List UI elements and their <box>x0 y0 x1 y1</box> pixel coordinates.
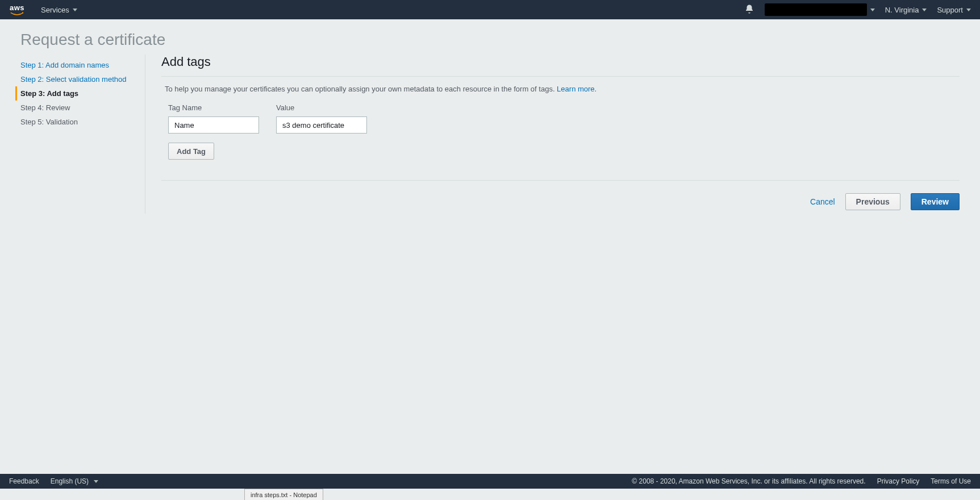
wizard-actions: Cancel Previous Review <box>161 180 960 210</box>
page-content: Request a certificate Step 1: Add domain… <box>0 19 980 225</box>
language-selector[interactable]: English (US) <box>51 477 99 485</box>
main-panel: Add tags To help you manage your certifi… <box>145 55 960 214</box>
language-label: English (US) <box>51 477 89 485</box>
caret-down-icon <box>922 9 927 11</box>
copyright-text: © 2008 - 2020, Amazon Web Services, Inc.… <box>632 477 865 485</box>
previous-button[interactable]: Previous <box>845 193 900 210</box>
services-menu[interactable]: Services <box>41 6 77 14</box>
wizard-sidebar: Step 1: Add domain names Step 2: Select … <box>20 55 145 214</box>
tag-value-input[interactable] <box>276 116 367 134</box>
cancel-link[interactable]: Cancel <box>810 197 835 206</box>
taskbar-notepad-tab[interactable]: infra steps.txt - Notepad <box>244 489 323 500</box>
feedback-link[interactable]: Feedback <box>9 477 39 485</box>
aws-logo[interactable]: aws <box>9 4 25 16</box>
support-menu[interactable]: Support <box>937 6 971 14</box>
caret-down-icon <box>94 480 98 483</box>
sidebar-step-5: Step 5: Validation <box>20 115 145 129</box>
add-tag-button[interactable]: Add Tag <box>168 143 214 160</box>
footer: Feedback English (US) © 2008 - 2020, Ama… <box>0 474 980 489</box>
caret-down-icon <box>870 9 875 11</box>
caret-down-icon <box>966 9 971 11</box>
notifications-icon[interactable] <box>744 4 754 16</box>
description-text: To help you manage your certificates you… <box>165 85 557 93</box>
account-name-redacted <box>765 3 867 16</box>
caret-down-icon <box>73 9 77 11</box>
tag-name-header: Tag Name <box>168 103 259 112</box>
tag-name-input[interactable] <box>168 116 259 134</box>
sidebar-step-2[interactable]: Step 2: Select validation method <box>20 72 145 86</box>
tag-row <box>168 116 960 134</box>
region-menu[interactable]: N. Virginia <box>885 6 927 14</box>
learn-more-link[interactable]: Learn more. <box>557 85 597 93</box>
privacy-link[interactable]: Privacy Policy <box>877 477 920 485</box>
page-title: Request a certificate <box>20 31 960 49</box>
services-label: Services <box>41 6 69 14</box>
account-menu[interactable] <box>765 3 875 16</box>
top-nav: aws Services N. Virginia Support <box>0 0 980 19</box>
region-label: N. Virginia <box>885 6 919 14</box>
sidebar-step-3[interactable]: Step 3: Add tags <box>15 86 145 101</box>
terms-link[interactable]: Terms of Use <box>931 477 971 485</box>
review-button[interactable]: Review <box>911 193 960 210</box>
aws-swoosh-icon <box>9 11 25 16</box>
sidebar-step-4: Step 4: Review <box>20 101 145 115</box>
support-label: Support <box>937 6 963 14</box>
section-title: Add tags <box>161 55 960 77</box>
sidebar-step-1[interactable]: Step 1: Add domain names <box>20 58 145 72</box>
tag-value-header: Value <box>276 103 294 112</box>
section-description: To help you manage your certificates you… <box>161 77 960 103</box>
